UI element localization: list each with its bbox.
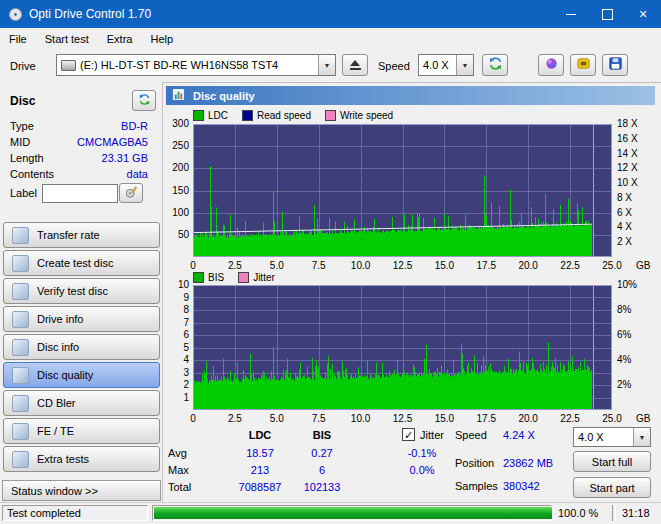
- start-part-label: Start part: [589, 482, 634, 494]
- axis-label: 18 X: [617, 118, 657, 129]
- speed-label: Speed: [378, 60, 410, 72]
- drive-select[interactable]: (E:) HL-DT-ST BD-RE WH16NS58 TST4 ▼: [56, 54, 336, 76]
- axis-label: 300: [155, 118, 189, 129]
- menu-extra[interactable]: Extra: [98, 30, 142, 48]
- sidebar-item-label: Transfer rate: [37, 229, 100, 241]
- axis-label: 25.0: [592, 413, 632, 424]
- samples-stat-value: 380342: [503, 480, 540, 492]
- jitter-column-header: ✓ Jitter: [385, 428, 461, 441]
- edit-label-button[interactable]: [119, 183, 143, 203]
- legend-item: Write speed: [325, 110, 393, 121]
- toolbar-speed-value: 4.0 X: [419, 59, 456, 71]
- disc-contents-label: Contents: [10, 168, 54, 180]
- avg-row-label: Avg: [168, 447, 187, 459]
- sidebar-item-drive-info[interactable]: Drive info: [3, 306, 160, 332]
- axis-label: 20.0: [508, 413, 548, 424]
- disc-type-value: BD-R: [121, 120, 148, 132]
- speed-stat-value: 4.24 X: [503, 429, 535, 441]
- axis-label: 22.5: [550, 413, 590, 424]
- ldc-chart: 3002502001501005018 X16 X14 X12 X10 X8 X…: [193, 124, 612, 257]
- maximize-button[interactable]: [589, 0, 625, 28]
- start-full-label: Start full: [592, 456, 632, 468]
- BIS-canvas: [193, 285, 612, 410]
- start-part-button[interactable]: Start part: [573, 477, 651, 498]
- axis-label: 7: [155, 317, 189, 328]
- transfer-rate-icon: [12, 227, 29, 244]
- disc-info-icon: [12, 339, 29, 356]
- save-button[interactable]: [602, 54, 628, 76]
- sidebar-item-disc-quality[interactable]: Disc quality: [3, 362, 160, 388]
- axis-label: 0: [173, 413, 213, 424]
- close-button[interactable]: ×: [625, 0, 661, 28]
- jitter-checkbox[interactable]: ✓: [402, 428, 415, 441]
- axis-label: 10 X: [617, 177, 657, 188]
- bis-chart-legend: BISJitter: [193, 271, 275, 283]
- toolbar-speed-select[interactable]: 4.0 X ▼: [418, 54, 474, 76]
- sidebar-item-label: CD Bler: [37, 397, 76, 409]
- refresh-drives-button[interactable]: [482, 54, 508, 76]
- options-icon: [576, 56, 591, 74]
- label-input[interactable]: [42, 184, 118, 203]
- legend-swatch: [193, 110, 204, 121]
- disc-contents-value[interactable]: data: [127, 168, 148, 180]
- minimize-button[interactable]: [553, 0, 589, 28]
- axis-label: 20.0: [508, 260, 548, 271]
- menu-start-test[interactable]: Start test: [36, 30, 98, 48]
- sidebar-item-disc-info[interactable]: Disc info: [3, 334, 160, 360]
- sidebar-item-extra-tests[interactable]: Extra tests: [3, 446, 160, 472]
- legend-swatch: [242, 110, 253, 121]
- bis-avg-value: 0.27: [290, 447, 354, 459]
- axis-label: GB: [636, 260, 650, 271]
- axis-label: 5.0: [257, 413, 297, 424]
- legend-item: Jitter: [238, 272, 275, 283]
- close-icon: ×: [639, 7, 647, 21]
- menu-help[interactable]: Help: [141, 30, 182, 48]
- axis-label: 22.5: [550, 260, 590, 271]
- start-full-button[interactable]: Start full: [573, 451, 651, 472]
- sidebar: Disc Type BD-R MID CMCMAGBA5 Length 23.3…: [0, 82, 163, 503]
- disc-mid-value: CMCMAGBA5: [77, 136, 148, 148]
- options-button[interactable]: [570, 54, 596, 76]
- axis-label: 5: [155, 342, 189, 353]
- sidebar-item-label: Create test disc: [37, 257, 113, 269]
- axis-label: 7.5: [299, 413, 339, 424]
- menu-file[interactable]: File: [0, 30, 36, 48]
- disc-refresh-button[interactable]: [132, 90, 156, 111]
- erase-disc-icon: [544, 56, 559, 74]
- chevron-down-icon: ▼: [318, 55, 335, 75]
- disc-length-label: Length: [10, 152, 44, 164]
- erase-disc-button[interactable]: [538, 54, 564, 76]
- axis-label: 8%: [617, 304, 657, 315]
- sidebar-item-transfer-rate[interactable]: Transfer rate: [3, 222, 160, 248]
- axis-label: 150: [155, 185, 189, 196]
- legend-label: Write speed: [340, 110, 393, 121]
- axis-label: 2%: [617, 379, 657, 390]
- sidebar-item-verify-test-disc[interactable]: Verify test disc: [3, 278, 160, 304]
- eject-button[interactable]: [342, 54, 368, 76]
- disc-info-row: Type BD-R: [10, 120, 148, 134]
- sidebar-item-create-test-disc[interactable]: Create test disc: [3, 250, 160, 276]
- disc-type-label: Type: [10, 120, 34, 132]
- stats-speed-select[interactable]: 4.0 X ▼: [573, 427, 651, 447]
- refresh-icon: [138, 93, 151, 109]
- axis-label: 7.5: [299, 260, 339, 271]
- sidebar-item-fe-te[interactable]: FE / TE: [3, 418, 160, 444]
- axis-label: 6 X: [617, 207, 657, 218]
- drive-select-value: (E:) HL-DT-ST BD-RE WH16NS58 TST4: [76, 59, 318, 71]
- minimize-icon: [566, 14, 576, 15]
- sidebar-item-cd-bler[interactable]: CD Bler: [3, 390, 160, 416]
- ldc-avg-value: 18.57: [222, 447, 298, 459]
- status-window-label: Status window >>: [11, 485, 98, 497]
- jitter-avg-value: -0.1%: [390, 447, 454, 459]
- sidebar-item-label: Extra tests: [37, 453, 89, 465]
- axis-label: 250: [155, 140, 189, 151]
- bis-column-header: BIS: [290, 429, 354, 441]
- bis-total-value: 102133: [290, 481, 354, 493]
- axis-label: 12 X: [617, 162, 657, 173]
- title-bar: Opti Drive Control 1.70 ×: [0, 0, 661, 28]
- verify-test-disc-icon: [12, 283, 29, 300]
- status-window-button[interactable]: Status window >>: [2, 480, 161, 501]
- axis-label: 100: [155, 207, 189, 218]
- position-stat-label: Position: [455, 457, 494, 469]
- axis-label: 4: [155, 354, 189, 365]
